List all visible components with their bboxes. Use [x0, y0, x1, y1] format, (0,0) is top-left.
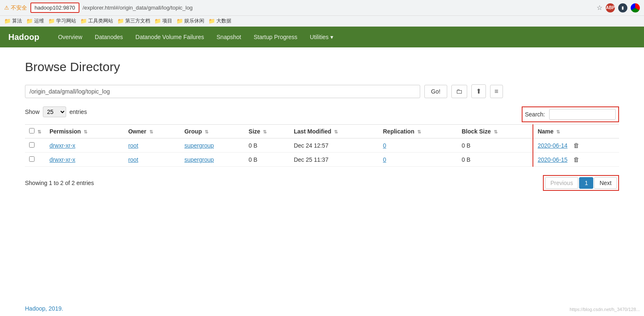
cell-last-modified: Dec 25 11:37	[290, 153, 379, 167]
owner-link[interactable]: root	[128, 156, 138, 163]
cell-name: 2020-06-15 🗑	[533, 153, 619, 167]
row-checkbox-cell	[25, 153, 45, 167]
sort-icon: ⇅	[556, 129, 560, 134]
bookmark-yule[interactable]: 📁 娱乐休闲	[176, 17, 204, 25]
entries-select[interactable]: 10 25 50 100	[43, 106, 66, 117]
select-all-checkbox[interactable]	[29, 128, 35, 133]
sort-icon: ⇅	[417, 129, 421, 134]
navbar-items: Overview Datanodes Datanode Volume Failu…	[52, 28, 339, 46]
bookmark-disanfang[interactable]: 📁 第三方文档	[117, 17, 150, 25]
cell-group: supergroup	[180, 153, 244, 167]
folder-icon: 📁	[4, 18, 11, 24]
cell-permission: drwxr-xr-x	[45, 138, 124, 153]
page-title: Browse Directory	[25, 60, 619, 74]
search-input[interactable]	[549, 109, 616, 120]
bookmark-suanfa[interactable]: 📁 算法	[4, 17, 22, 25]
main-content: Browse Directory Go! 🗀 ⬆ ≡ Show 10 25 50…	[0, 47, 644, 297]
go-button[interactable]: Go!	[424, 85, 447, 98]
cell-last-modified: Dec 24 12:57	[290, 138, 379, 153]
header-replication[interactable]: Replication ⇅	[379, 125, 457, 138]
pagination-row: Previous 1 Next	[543, 175, 619, 191]
folder-icon: 📁	[48, 18, 55, 24]
header-size[interactable]: Size ⇅	[245, 125, 290, 138]
table-header-row: ⇅ Permission ⇅ Owner ⇅ Group ⇅ Size ⇅ La…	[25, 125, 619, 138]
cell-replication: 0	[379, 138, 457, 153]
upload-icon-button[interactable]: ⬆	[471, 84, 486, 98]
navbar-brand[interactable]: Hadoop	[8, 32, 39, 42]
table-row: drwxr-xr-x root supergroup 0 B Dec 24 12…	[25, 138, 619, 153]
header-last-modified[interactable]: Last Modified ⇅	[290, 125, 379, 138]
folder-icon: 📁	[80, 18, 87, 24]
table-section: ⇅ Permission ⇅ Owner ⇅ Group ⇅ Size ⇅ La…	[25, 124, 619, 191]
search-label: Search:	[525, 111, 545, 118]
profile-badge-dark[interactable]: ▮	[618, 3, 627, 12]
header-block-size[interactable]: Block Size ⇅	[458, 125, 533, 138]
browser-bar: ⚠ 不安全 hadoop102:9870 /explorer.html#/ori…	[0, 0, 644, 16]
folder-icon-button[interactable]: 🗀	[451, 85, 467, 98]
name-link[interactable]: 2020-06-15	[537, 156, 567, 163]
header-group[interactable]: Group ⇅	[180, 125, 244, 138]
sort-icon: ⇅	[205, 129, 208, 134]
permission-link[interactable]: drwxr-xr-x	[50, 142, 75, 149]
header-name[interactable]: Name ⇅	[533, 125, 619, 138]
group-link[interactable]: supergroup	[184, 142, 214, 149]
show-label: Show	[25, 109, 40, 115]
entries-label: entries	[69, 109, 87, 115]
name-link[interactable]: 2020-06-14	[537, 142, 567, 149]
path-input[interactable]	[25, 85, 420, 98]
sort-icon: ⇅	[84, 129, 87, 134]
replication-link[interactable]: 0	[383, 142, 386, 149]
cell-owner: root	[124, 153, 180, 167]
sort-icon: ⇅	[37, 129, 41, 134]
profile-badge-abp[interactable]: ABP	[606, 3, 615, 12]
sort-icon: ⇅	[263, 129, 267, 134]
header-permission[interactable]: Permission ⇅	[45, 125, 124, 138]
bookmark-yunwei[interactable]: 📁 运维	[26, 17, 44, 25]
cell-permission: drwxr-xr-x	[45, 153, 124, 167]
nav-datanodes[interactable]: Datanodes	[89, 28, 129, 46]
previous-button[interactable]: Previous	[545, 177, 578, 189]
folder-icon: 📁	[117, 18, 124, 24]
delete-icon[interactable]: 🗑	[573, 156, 580, 163]
nav-startup-progress[interactable]: Startup Progress	[248, 28, 304, 46]
next-button[interactable]: Next	[594, 177, 617, 189]
row-checkbox[interactable]	[29, 142, 35, 148]
delete-icon[interactable]: 🗑	[573, 142, 580, 149]
replication-link[interactable]: 0	[383, 156, 386, 163]
folder-icon: 📁	[176, 18, 183, 24]
page-1-button[interactable]: 1	[579, 177, 593, 189]
nav-datanode-volume-failures[interactable]: Datanode Volume Failures	[129, 28, 211, 46]
data-table: ⇅ Permission ⇅ Owner ⇅ Group ⇅ Size ⇅ La…	[25, 124, 619, 167]
permission-link[interactable]: drwxr-xr-x	[50, 156, 75, 163]
security-warning: ⚠ 不安全	[4, 4, 27, 12]
bookmarks-bar: 📁 算法 📁 运维 📁 学习网站 📁 工具类网站 📁 第三方文档 📁 项目 📁 …	[0, 16, 644, 27]
bookmark-xiangmu[interactable]: 📁 项目	[154, 17, 172, 25]
utilities-dropdown-icon: ▾	[330, 34, 333, 40]
nav-utilities[interactable]: Utilities ▾	[304, 28, 339, 46]
bookmark-dashuju[interactable]: 📁 大数据	[208, 17, 231, 25]
folder-icon: 📁	[26, 18, 33, 24]
header-owner[interactable]: Owner ⇅	[124, 125, 180, 138]
sort-icon: ⇅	[149, 129, 153, 134]
nav-overview[interactable]: Overview	[52, 28, 88, 46]
sort-icon: ⇅	[494, 129, 498, 134]
profile-badge-color[interactable]	[631, 3, 640, 12]
address-bar[interactable]: hadoop102:9870	[30, 2, 79, 13]
footer-text: Hadoop, 2019.	[25, 305, 63, 312]
group-link[interactable]: supergroup	[184, 156, 214, 163]
cell-owner: root	[124, 138, 180, 153]
showing-info: Showing 1 to 2 of 2 entries	[25, 180, 94, 186]
bookmark-xuexiwangzhan[interactable]: 📁 学习网站	[48, 17, 76, 25]
search-container: Search:	[522, 106, 619, 122]
row-checkbox[interactable]	[29, 156, 35, 162]
nav-snapshot[interactable]: Snapshot	[211, 28, 248, 46]
owner-link[interactable]: root	[128, 142, 138, 149]
row-checkbox-cell	[25, 138, 45, 153]
list-icon-button[interactable]: ≡	[490, 85, 503, 98]
bookmark-gongju[interactable]: 📁 工具类网站	[80, 17, 113, 25]
cell-name: 2020-06-14 🗑	[533, 138, 619, 153]
url-path: /explorer.html#/origin_data/gmall/log/to…	[83, 5, 593, 11]
folder-icon: 📁	[154, 18, 161, 24]
bookmark-star-icon[interactable]: ☆	[597, 4, 602, 12]
header-checkbox-col: ⇅	[25, 125, 45, 138]
